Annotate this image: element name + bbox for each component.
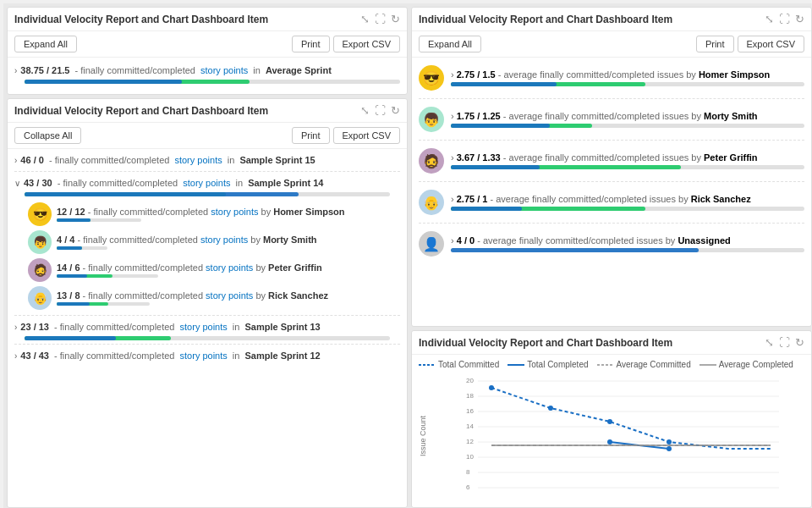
- rick-value: 13 / 8: [57, 290, 80, 301]
- left-panel2-title: Individual Velocity Report and Chart Das…: [14, 105, 354, 117]
- print-btn-r1[interactable]: Print: [696, 36, 734, 52]
- export-btn-2[interactable]: Export CSV: [333, 127, 400, 144]
- morty-r-name: Morty Smith: [704, 111, 758, 121]
- sprint-12-row: › 43 / 43 - finally committed/completed …: [14, 348, 400, 363]
- expand-all-btn-1[interactable]: Expand All: [14, 36, 77, 52]
- refresh-icon-r2[interactable]: ↻: [795, 336, 804, 349]
- avatar-homer-r: 😎: [419, 65, 444, 91]
- rick-info: 13 / 8 - finally committed/completed sto…: [57, 290, 400, 306]
- chart-legend: Total Committed Total Completed Average …: [419, 360, 804, 369]
- peter-r-name: Peter Griffin: [704, 152, 758, 163]
- collapse-all-btn[interactable]: Collapse All: [14, 127, 81, 144]
- r-divider-4: [419, 223, 804, 224]
- refresh-icon[interactable]: ↻: [391, 13, 400, 25]
- chevron-sprint15[interactable]: ›: [14, 156, 17, 165]
- morty-r-chevron[interactable]: ›: [451, 111, 454, 121]
- peter-r-chevron[interactable]: ›: [451, 152, 454, 163]
- expand-icon-r2[interactable]: ⛶: [779, 336, 790, 349]
- shrink-icon[interactable]: ⤡: [360, 13, 370, 25]
- expand-icon-2[interactable]: ⛶: [375, 104, 386, 117]
- print-btn-1[interactable]: Print: [292, 36, 330, 52]
- right-panel2-icons: ⤡ ⛶ ↻: [765, 336, 804, 349]
- rick-r-value: 2.75 / 1: [457, 194, 488, 204]
- r-divider-1: [419, 98, 804, 99]
- sprint-15-row: › 46 / 0 - finally committed/completed s…: [14, 152, 400, 168]
- left-panel1-icons: ⤡ ⛶ ↻: [360, 13, 400, 25]
- svg-point-23: [667, 439, 672, 444]
- rick-r-chevron[interactable]: ›: [451, 194, 454, 204]
- homer-r-chevron[interactable]: ›: [451, 69, 454, 80]
- homer-r-name: Homer Simpson: [699, 69, 770, 80]
- svg-text:14: 14: [466, 422, 474, 430]
- unassigned-r-chevron[interactable]: ›: [451, 235, 454, 246]
- avatar-rick-r: 👴: [419, 190, 444, 215]
- chevron-right-icon: ›: [14, 66, 17, 75]
- rick-bar: [57, 302, 150, 306]
- svg-point-22: [607, 419, 612, 424]
- export-btn-r1[interactable]: Export CSV: [738, 36, 804, 52]
- morty-info: 4 / 4 - finally committed/completed stor…: [57, 235, 400, 250]
- right-panel1-title: Individual Velocity Report and Chart Das…: [419, 14, 758, 25]
- right-panel1-body: 😎 › 2.75 / 1.5 - average finally committ…: [412, 58, 811, 326]
- right-panel1-toolbar: Expand All Print Export CSV: [412, 31, 811, 58]
- peter-r-bar: [451, 165, 804, 169]
- homer-r-value: 2.75 / 1.5: [457, 69, 496, 80]
- sprint13-bar: [25, 336, 390, 340]
- right-panel2-body: Total Committed Total Completed Average …: [412, 355, 811, 507]
- chart-container: Issue Count 20 18 16 14 12 10 8 6: [419, 373, 804, 500]
- sprint-avg-suffix: in: [250, 65, 263, 75]
- left-panel1-body: › 38.75 / 21.5 - finally committed/compl…: [8, 58, 407, 94]
- print-btn-2[interactable]: Print: [292, 127, 330, 144]
- chevron-sprint14[interactable]: ∨: [14, 179, 20, 188]
- sprint15-link[interactable]: story points: [174, 155, 222, 165]
- sprint-14-row: ∨ 43 / 30 - finally committed/completed …: [14, 175, 400, 312]
- shrink-icon-r2[interactable]: ⤡: [765, 336, 774, 349]
- svg-point-25: [667, 446, 672, 451]
- chevron-sprint13[interactable]: ›: [14, 323, 17, 332]
- homer-r-info: › 2.75 / 1.5 - average finally committed…: [451, 69, 804, 86]
- left-panel2-btn-group: Print Export CSV: [292, 127, 400, 144]
- avatar-morty-1: 👦: [28, 230, 52, 254]
- refresh-icon-2[interactable]: ↻: [391, 104, 400, 117]
- sprint-avg-desc: - finally committed/completed: [72, 65, 198, 75]
- export-btn-1[interactable]: Export CSV: [333, 36, 400, 52]
- svg-text:12: 12: [466, 438, 474, 445]
- homer-link[interactable]: story points: [211, 207, 258, 217]
- rick-name: Rick Sanchez: [268, 290, 328, 301]
- expand-all-btn-r1[interactable]: Expand All: [419, 36, 481, 52]
- sprint13-link[interactable]: story points: [180, 322, 228, 332]
- left-panel1-btn-group: Print Export CSV: [292, 36, 400, 52]
- right-panel-1: Individual Velocity Report and Chart Das…: [411, 7, 812, 327]
- rick-link[interactable]: story points: [206, 290, 253, 301]
- sprint-avg-bar-blue: [25, 80, 182, 84]
- rick-r-bar: [451, 207, 804, 211]
- divider-2: [14, 315, 400, 316]
- morty-link[interactable]: story points: [200, 235, 248, 245]
- sprint-avg-link[interactable]: story points: [200, 65, 248, 75]
- left-panel-1: Individual Velocity Report and Chart Das…: [7, 7, 408, 95]
- svg-point-20: [489, 385, 494, 390]
- avatar-unassigned-r: 👤: [419, 231, 444, 257]
- right-user-homer: 😎 › 2.75 / 1.5 - average finally committ…: [419, 61, 804, 95]
- unassigned-r-name: Unassigned: [678, 235, 730, 246]
- peter-info: 14 / 6 - finally committed/completed sto…: [57, 262, 400, 278]
- sprint14-bar: [25, 192, 390, 196]
- r-divider-3: [419, 181, 804, 182]
- unassigned-r-value: 4 / 0: [457, 235, 475, 246]
- expand-icon[interactable]: ⛶: [375, 13, 386, 25]
- refresh-icon-r1[interactable]: ↻: [795, 13, 804, 25]
- sprint12-link[interactable]: story points: [180, 351, 228, 361]
- homer-value: 12 / 12: [57, 207, 85, 217]
- expand-icon-r1[interactable]: ⛶: [779, 13, 790, 25]
- homer-bar: [57, 218, 141, 222]
- sprint14-value: 43 / 30: [24, 178, 52, 188]
- shrink-icon-2[interactable]: ⤡: [360, 104, 370, 117]
- peter-link[interactable]: story points: [206, 262, 253, 273]
- shrink-icon-r1[interactable]: ⤡: [765, 13, 774, 25]
- chevron-sprint12[interactable]: ›: [14, 351, 17, 361]
- chart-svg: 20 18 16 14 12 10 8 6: [432, 373, 804, 500]
- right-panel1-header: Individual Velocity Report and Chart Das…: [412, 8, 811, 31]
- sprint14-link[interactable]: story points: [183, 178, 230, 188]
- peter-r-info: › 3.67 / 1.33 - average finally committe…: [451, 152, 804, 169]
- morty-bar: [57, 246, 107, 250]
